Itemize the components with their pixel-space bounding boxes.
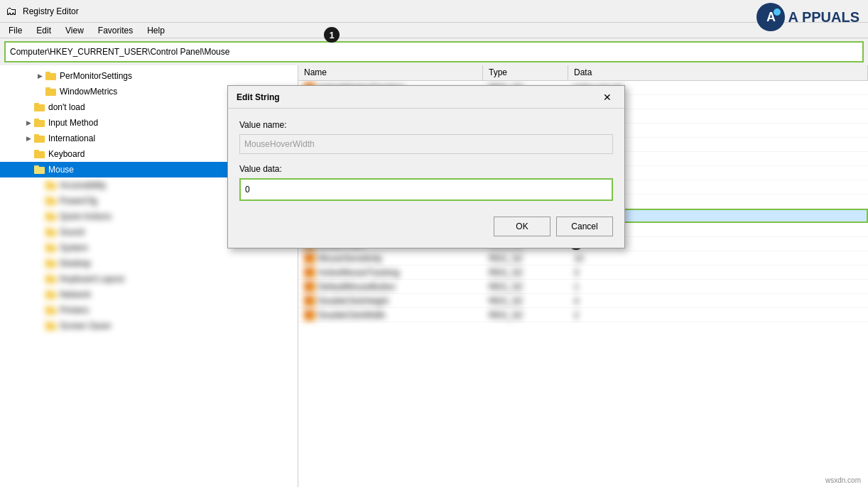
ok-button[interactable]: OK	[494, 217, 550, 236]
value-data-label: Value data:	[239, 164, 613, 174]
edit-string-dialog: Edit String ✕ Value name: Value data: OK…	[227, 85, 625, 248]
dialog-title: Edit String	[237, 92, 280, 102]
dialog-body: Value name: Value data: OK Cancel	[228, 109, 624, 248]
dialog-title-bar: Edit String ✕	[228, 86, 624, 109]
dialog-close-button[interactable]: ✕	[599, 89, 616, 106]
cancel-button[interactable]: Cancel	[556, 217, 613, 236]
value-name-input[interactable]	[239, 134, 613, 154]
value-data-input[interactable]	[239, 178, 613, 201]
dialog-overlay: Edit String ✕ Value name: Value data: OK…	[0, 0, 868, 487]
value-name-label: Value name:	[239, 120, 613, 130]
dialog-buttons: OK Cancel	[239, 217, 613, 236]
